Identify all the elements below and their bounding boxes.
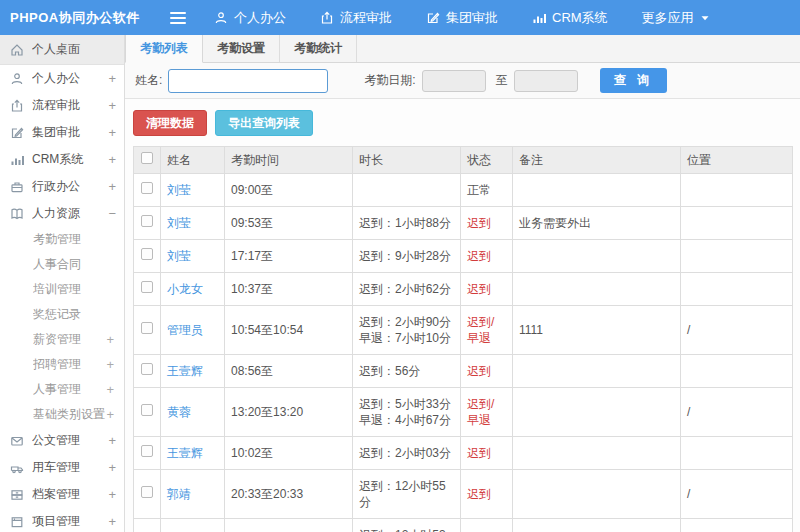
expand-toggle-icon[interactable]: +	[108, 152, 116, 167]
sidebar-subitem-人事管理[interactable]: 人事管理+	[0, 377, 124, 402]
date-from-input[interactable]	[422, 70, 486, 92]
row-checkbox[interactable]	[141, 215, 153, 227]
expand-toggle-icon[interactable]: +	[108, 71, 116, 86]
tab-2[interactable]: 考勤设置	[203, 35, 280, 62]
nav-item-2[interactable]: 流程审批	[320, 9, 392, 27]
row-checkbox[interactable]	[141, 182, 153, 194]
attendance-time-cell: 09:53至	[225, 207, 353, 240]
row-checkbox[interactable]	[141, 248, 153, 260]
employee-name-link[interactable]: 王壹辉	[167, 364, 203, 378]
row-checkbox[interactable]	[141, 404, 153, 416]
attendance-time-cell: 08:56至	[225, 355, 353, 388]
table-row: 管理员10:54至10:54迟到：2小时90分早退：7小时10分迟到/早退111…	[134, 306, 793, 355]
sidebar-item-11[interactable]: 项目管理+	[0, 508, 124, 532]
chart-icon	[10, 153, 25, 167]
row-checkbox[interactable]	[141, 486, 153, 498]
expand-toggle-icon[interactable]: +	[106, 407, 114, 422]
table-row: 小龙女10:37至迟到：2小时62分迟到	[134, 273, 793, 306]
expand-toggle-icon[interactable]: +	[108, 179, 116, 194]
table-row: 黄蓉13:20至13:20迟到：5小时33分早退：4小时67分迟到/早退/	[134, 388, 793, 437]
nav-item-5[interactable]: 更多应用	[642, 9, 710, 27]
employee-name-link[interactable]: 刘莹	[167, 183, 191, 197]
nav-item-1[interactable]: 个人办公	[214, 9, 286, 27]
note-cell	[513, 240, 681, 273]
employee-name-link[interactable]: 黄蓉	[167, 405, 191, 419]
expand-toggle-icon[interactable]: +	[106, 357, 114, 372]
sidebar-item-label: 集团审批	[32, 124, 108, 141]
sidebar-subitem-培训管理[interactable]: 培训管理	[0, 277, 124, 302]
status-cell: 迟到	[461, 273, 513, 306]
expand-toggle-icon[interactable]: +	[108, 433, 116, 448]
table-row: 刘莹09:53至迟到：1小时88分迟到业务需要外出	[134, 207, 793, 240]
select-all-checkbox[interactable]	[141, 152, 153, 164]
expand-toggle-icon[interactable]: +	[108, 487, 116, 502]
query-button[interactable]: 查 询	[600, 68, 667, 93]
location-cell	[681, 355, 793, 388]
sidebar-item-1[interactable]: 个人桌面	[0, 35, 124, 65]
date-label: 考勤日期:	[364, 72, 415, 89]
expand-toggle-icon[interactable]: +	[108, 460, 116, 475]
expand-toggle-icon[interactable]: +	[106, 332, 114, 347]
sidebar-item-4[interactable]: 集团审批+	[0, 119, 124, 146]
car-icon	[10, 461, 25, 475]
nav-item-3[interactable]: 集团审批	[426, 9, 498, 27]
attendance-time-cell: 10:37至	[225, 273, 353, 306]
row-checkbox[interactable]	[141, 322, 153, 334]
expand-toggle-icon[interactable]: −	[108, 206, 116, 221]
name-label: 姓名:	[135, 72, 162, 89]
sidebar-subitem-招聘管理[interactable]: 招聘管理+	[0, 352, 124, 377]
sidebar-item-label: CRM系统	[32, 151, 108, 168]
sidebar-subitem-人事合同[interactable]: 人事合同	[0, 252, 124, 277]
date-to-input[interactable]	[514, 70, 578, 92]
tab-3[interactable]: 考勤统计	[280, 35, 357, 62]
expand-toggle-icon[interactable]: +	[108, 125, 116, 140]
sidebar-subitem-基础类别设置[interactable]: 基础类别设置+	[0, 402, 124, 427]
sidebar-subitem-考勤管理[interactable]: 考勤管理	[0, 227, 124, 252]
expand-toggle-icon[interactable]: +	[108, 98, 116, 113]
employee-name-link[interactable]: 王壹辉	[167, 446, 203, 460]
sidebar-subitem-奖惩记录[interactable]: 奖惩记录	[0, 302, 124, 327]
name-input[interactable]	[168, 69, 328, 93]
sidebar-item-2[interactable]: 个人办公+	[0, 65, 124, 92]
sidebar-subitem-薪资管理[interactable]: 薪资管理+	[0, 327, 124, 352]
clear-data-button[interactable]: 清理数据	[133, 110, 207, 136]
top-navbar: PHPOA协同办公软件 个人办公流程审批集团审批CRM系统更多应用	[0, 0, 800, 35]
action-bar: 清理数据 导出查询列表	[125, 99, 800, 146]
sidebar-subitem-label: 人事合同	[33, 256, 114, 273]
sidebar-item-6[interactable]: 行政办公+	[0, 173, 124, 200]
sidebar-item-3[interactable]: 流程审批+	[0, 92, 124, 119]
employee-name-link[interactable]: 刘莹	[167, 249, 191, 263]
expand-toggle-icon[interactable]: +	[106, 382, 114, 397]
tab-1[interactable]: 考勤列表	[125, 35, 203, 63]
employee-name-link[interactable]: 刘莹	[167, 216, 191, 230]
sidebar-item-label: 个人桌面	[32, 41, 116, 58]
sidebar-item-5[interactable]: CRM系统+	[0, 146, 124, 173]
sidebar-item-label: 档案管理	[32, 486, 108, 503]
employee-name-link[interactable]: 管理员	[167, 323, 203, 337]
location-cell: /	[681, 306, 793, 355]
attendance-time-cell: 20:32至20:32	[225, 519, 353, 532]
export-list-button[interactable]: 导出查询列表	[215, 110, 313, 136]
sidebar-item-7[interactable]: 人力资源−	[0, 200, 124, 227]
row-checkbox[interactable]	[141, 281, 153, 293]
duration-cell: 迟到：56分	[353, 355, 461, 388]
sidebar-item-9[interactable]: 用车管理+	[0, 454, 124, 481]
duration-cell: 迟到：9小时28分	[353, 240, 461, 273]
sidebar: 个人桌面个人办公+流程审批+集团审批+CRM系统+行政办公+人力资源−考勤管理人…	[0, 35, 125, 532]
sidebar-item-10[interactable]: 档案管理+	[0, 481, 124, 508]
employee-name-link[interactable]: 小龙女	[167, 282, 203, 296]
home-icon	[10, 43, 25, 57]
note-cell	[513, 470, 681, 519]
sidebar-item-8[interactable]: 公文管理+	[0, 427, 124, 454]
row-checkbox[interactable]	[141, 445, 153, 457]
hamburger-menu-icon[interactable]	[170, 12, 186, 24]
sidebar-item-label: 人力资源	[32, 205, 108, 222]
table-row: 黄蓉20:32至20:32迟到：12小时53分迟到/	[134, 519, 793, 532]
employee-name-link[interactable]: 郭靖	[167, 487, 191, 501]
expand-toggle-icon[interactable]: +	[108, 514, 116, 529]
nav-item-4[interactable]: CRM系统	[532, 9, 608, 27]
workflow-icon	[10, 99, 25, 113]
tab-bar: 考勤列表考勤设置考勤统计	[125, 35, 800, 63]
search-bar: 姓名: 考勤日期: 至 查 询	[125, 63, 800, 99]
row-checkbox[interactable]	[141, 363, 153, 375]
